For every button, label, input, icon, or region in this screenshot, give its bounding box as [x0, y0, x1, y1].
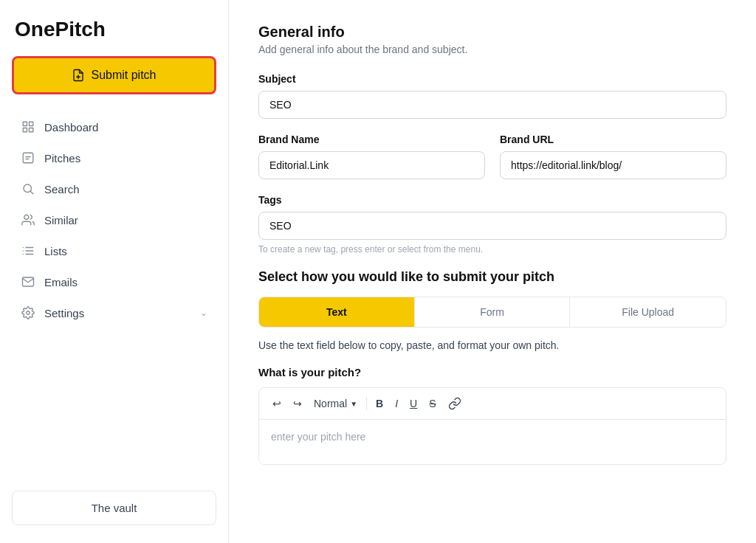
vault-button[interactable]: The vault — [12, 491, 216, 525]
subject-group: Subject — [258, 73, 726, 119]
lists-icon — [21, 243, 35, 258]
brand-url-input[interactable] — [500, 151, 726, 179]
similar-icon — [21, 212, 35, 227]
sidebar-item-similar[interactable]: Similar — [12, 205, 216, 235]
editor-toolbar: ↩ ↪ Normal ▼ B I U S — [259, 388, 726, 420]
link-icon — [448, 397, 461, 410]
sidebar-item-label: Similar — [44, 214, 78, 226]
subject-label: Subject — [258, 73, 726, 85]
svg-rect-3 — [30, 122, 33, 125]
chevron-down-icon: ▼ — [350, 400, 357, 408]
subject-input[interactable] — [258, 91, 726, 119]
brand-url-label: Brand URL — [500, 134, 726, 145]
editor-placeholder: enter your pitch here — [271, 431, 365, 443]
link-button[interactable] — [444, 394, 466, 413]
sidebar-item-label: Pitches — [44, 152, 80, 165]
brand-row: Brand Name Brand URL — [258, 134, 726, 194]
svg-line-10 — [30, 191, 32, 193]
pitch-editor: ↩ ↪ Normal ▼ B I U S — [258, 387, 726, 465]
sidebar-item-label: Settings — [44, 307, 84, 319]
svg-rect-2 — [23, 122, 27, 125]
sidebar-item-label: Dashboard — [44, 121, 98, 134]
submit-pitch-button[interactable]: Submit pitch — [12, 56, 216, 94]
svg-point-9 — [24, 184, 32, 193]
section-subtitle: Add general info about the brand and sub… — [258, 44, 726, 55]
pitch-method-title: Select how you would like to submit your… — [258, 269, 726, 285]
nav-menu: Dashboard Pitches Search — [12, 112, 216, 479]
svg-rect-4 — [30, 128, 33, 132]
vault-label: The vault — [92, 502, 137, 514]
sidebar-item-settings[interactable]: Settings ⌄ — [12, 298, 216, 328]
brand-name-input[interactable] — [258, 151, 485, 179]
main-panel: General info Add general info about the … — [229, 0, 756, 543]
submit-pitch-label: Submit pitch — [91, 69, 156, 82]
svg-rect-6 — [23, 153, 33, 163]
tags-label: Tags — [258, 194, 726, 206]
submit-pitch-icon — [72, 69, 85, 82]
sidebar-item-search[interactable]: Search — [12, 174, 216, 204]
sidebar-item-pitches[interactable]: Pitches — [12, 143, 216, 173]
chevron-down-icon: ⌄ — [200, 308, 207, 318]
svg-point-11 — [24, 215, 29, 219]
section-title: General info — [258, 24, 726, 41]
what-is-pitch-label: What is your pitch? — [258, 366, 726, 378]
underline-button[interactable]: U — [405, 395, 422, 412]
sidebar-item-lists[interactable]: Lists — [12, 236, 216, 266]
format-dropdown[interactable]: Normal ▼ — [309, 395, 362, 412]
search-icon — [21, 181, 35, 196]
pitch-method-tabs: Text Form File Upload — [258, 297, 726, 328]
tags-hint: To create a new tag, press enter or sele… — [258, 244, 726, 255]
tags-group: Tags To create a new tag, press enter or… — [258, 194, 726, 255]
toolbar-divider — [366, 397, 367, 410]
sidebar-item-label: Emails — [44, 276, 78, 288]
format-label: Normal — [314, 398, 347, 409]
italic-button[interactable]: I — [391, 395, 402, 412]
bold-button[interactable]: B — [371, 395, 388, 412]
sidebar-item-label: Search — [44, 183, 80, 196]
dashboard-icon — [21, 120, 35, 134]
brand-url-group: Brand URL — [500, 134, 726, 179]
pitch-description: Use the text field below to copy, paste,… — [258, 339, 726, 351]
app-logo: OnePitch — [12, 18, 216, 41]
tab-file-upload[interactable]: File Upload — [570, 297, 726, 327]
sidebar: OnePitch Submit pitch Dashboard — [0, 0, 229, 543]
tab-form[interactable]: Form — [415, 297, 571, 327]
sidebar-item-label: Lists — [44, 245, 67, 257]
brand-name-label: Brand Name — [258, 134, 485, 145]
sidebar-item-dashboard[interactable]: Dashboard — [12, 112, 216, 142]
editor-body[interactable]: enter your pitch here — [259, 420, 726, 464]
svg-rect-5 — [23, 128, 27, 132]
undo-button[interactable]: ↩ — [268, 395, 286, 412]
tab-text[interactable]: Text — [259, 297, 415, 327]
settings-icon — [21, 305, 35, 320]
tags-input[interactable] — [258, 212, 726, 240]
svg-point-18 — [27, 311, 30, 315]
sidebar-item-emails[interactable]: Emails — [12, 267, 216, 297]
pitches-icon — [21, 151, 35, 165]
redo-button[interactable]: ↪ — [289, 395, 306, 412]
brand-name-group: Brand Name — [258, 134, 485, 179]
emails-icon — [21, 274, 35, 289]
strikethrough-button[interactable]: S — [425, 395, 440, 412]
